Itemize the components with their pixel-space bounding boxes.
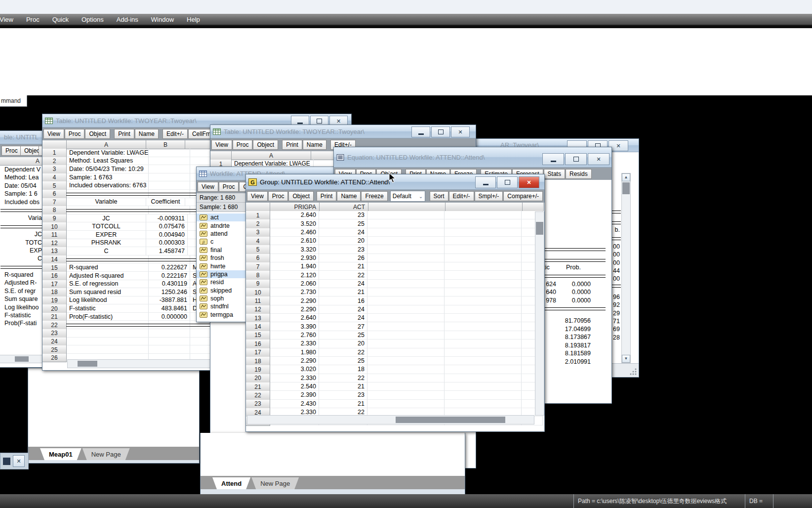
empty-cell[interactable]: [367, 219, 445, 228]
sample-dropdown[interactable]: Default⌄: [390, 191, 425, 202]
obs-number[interactable]: 5: [246, 245, 270, 254]
row-number[interactable]: 26: [42, 354, 67, 363]
edit-button[interactable]: Edit+/-: [162, 129, 188, 139]
empty-cell[interactable]: [367, 348, 445, 357]
table-window-left-cut[interactable]: ble: UNTITL Proc Object Print A Dependen…: [0, 130, 44, 368]
empty-cell[interactable]: [445, 374, 522, 382]
act-cell[interactable]: 23: [319, 391, 367, 399]
close-button[interactable]: ✕: [519, 176, 539, 188]
v-scrollbar[interactable]: [535, 212, 544, 416]
prigpa-cell[interactable]: 2.290: [270, 357, 319, 365]
prigpa-cell[interactable]: 3.390: [270, 322, 319, 331]
empty-cell[interactable]: [445, 245, 522, 254]
empty-cell[interactable]: [445, 237, 522, 245]
view-button[interactable]: View: [211, 140, 232, 150]
proc-button[interactable]: Proc: [1, 146, 22, 156]
row-number[interactable]: 12: [42, 239, 67, 248]
act-cell[interactable]: 24: [319, 314, 367, 322]
act-cell[interactable]: 24: [319, 280, 367, 288]
empty-cell[interactable]: [445, 296, 522, 305]
freeze-button[interactable]: Freeze: [361, 191, 387, 201]
act-cell[interactable]: 24: [319, 228, 367, 237]
row-number[interactable]: 7: [42, 198, 67, 207]
prigpa-cell[interactable]: 2.330: [270, 374, 319, 382]
prigpa-cell[interactable]: 2.930: [270, 254, 319, 262]
act-cell[interactable]: 25: [319, 331, 367, 339]
empty-cell[interactable]: [367, 228, 445, 237]
cell[interactable]: Variable: [67, 198, 146, 207]
row-number[interactable]: 19: [42, 296, 67, 305]
minimize-button[interactable]: [542, 153, 564, 165]
titlebar[interactable]: Equation: UNTITLED Workfile: ATTEND::Att…: [334, 147, 611, 168]
act-cell[interactable]: 21: [319, 382, 367, 391]
cell[interactable]: Adjusted R-squared: [67, 272, 149, 280]
object-button[interactable]: Object: [85, 129, 110, 139]
row-number[interactable]: 6: [42, 190, 67, 199]
cell[interactable]: [67, 329, 149, 338]
obs-number[interactable]: 13: [246, 314, 270, 323]
command-tab[interactable]: mmand: [0, 95, 27, 107]
empty-cell[interactable]: [367, 374, 445, 382]
workfile-window-meap01[interactable]: Meap01New Page: [28, 368, 200, 464]
empty-cell[interactable]: [367, 254, 445, 262]
empty-cell[interactable]: [367, 262, 445, 271]
page-tab-meap01[interactable]: Meap01: [40, 448, 81, 460]
prigpa-cell[interactable]: 2.120: [270, 271, 319, 279]
empty-cell[interactable]: [445, 271, 522, 279]
row-number[interactable]: 13: [42, 247, 67, 256]
cell[interactable]: 1.458747: [146, 247, 188, 255]
cell[interactable]: -3887.881: [149, 296, 190, 305]
obs-number[interactable]: 10: [246, 288, 270, 297]
empty-cell[interactable]: [367, 296, 445, 305]
prigpa-cell[interactable]: 2.610: [270, 237, 319, 245]
cell[interactable]: Date: 05/04/23 Time: 10:29: [67, 165, 149, 173]
scroll-up-arrow[interactable]: ▲: [622, 173, 630, 181]
obs-number[interactable]: 21: [246, 382, 270, 391]
cell[interactable]: EXPER: [67, 231, 146, 239]
cell[interactable]: 483.8461: [149, 304, 190, 313]
edit-button[interactable]: Edit+/-: [449, 191, 474, 201]
row-number[interactable]: 16: [42, 272, 67, 281]
act-cell[interactable]: 21: [319, 288, 367, 296]
cell[interactable]: 0.000000: [149, 313, 190, 321]
close-button[interactable]: ✕: [451, 127, 470, 137]
workfile-bottom-attend[interactable]: AttendNew Page: [200, 433, 465, 495]
empty-cell[interactable]: [445, 322, 522, 331]
empty-cell[interactable]: [445, 348, 522, 357]
cell[interactable]: [149, 149, 190, 157]
cell[interactable]: PHSRANK: [67, 239, 146, 248]
menu-item-view[interactable]: View: [0, 16, 20, 23]
act-cell[interactable]: 22: [319, 271, 367, 279]
maximize-button[interactable]: [431, 127, 450, 137]
prigpa-cell[interactable]: 3.320: [270, 245, 319, 254]
row-number[interactable]: 3: [42, 165, 67, 174]
empty-cell[interactable]: [367, 211, 445, 219]
row-number[interactable]: 4: [42, 173, 67, 182]
column-header-empty[interactable]: [368, 203, 446, 212]
obs-number[interactable]: 6: [246, 254, 270, 263]
cell[interactable]: [149, 338, 190, 346]
prigpa-cell[interactable]: 2.430: [270, 400, 319, 408]
act-cell[interactable]: 24: [319, 305, 367, 314]
empty-cell[interactable]: [367, 271, 445, 279]
act-cell[interactable]: 25: [319, 357, 367, 365]
column-header-a[interactable]: A: [67, 140, 146, 149]
empty-cell[interactable]: [367, 331, 445, 339]
cell[interactable]: 0.430119: [149, 280, 190, 289]
empty-cell[interactable]: [445, 382, 522, 391]
empty-cell[interactable]: [367, 237, 445, 245]
act-cell[interactable]: 20: [319, 237, 367, 245]
cell[interactable]: S.E. of regression: [67, 280, 149, 289]
row-number[interactable]: 14: [42, 255, 67, 264]
prigpa-cell[interactable]: 3.520: [270, 219, 319, 228]
v-scrollbar-thumb[interactable]: [536, 222, 543, 235]
row-number[interactable]: 1: [42, 149, 67, 158]
cell[interactable]: 0.000303: [146, 239, 188, 248]
name-button[interactable]: Name: [303, 140, 326, 150]
menu-item-quick[interactable]: Quick: [46, 16, 75, 23]
view-button[interactable]: View: [198, 182, 218, 192]
cell[interactable]: Sum squared resid: [67, 288, 149, 296]
row-number[interactable]: 8: [42, 206, 67, 215]
print-button[interactable]: Print: [317, 191, 337, 201]
cell[interactable]: C: [67, 247, 146, 255]
